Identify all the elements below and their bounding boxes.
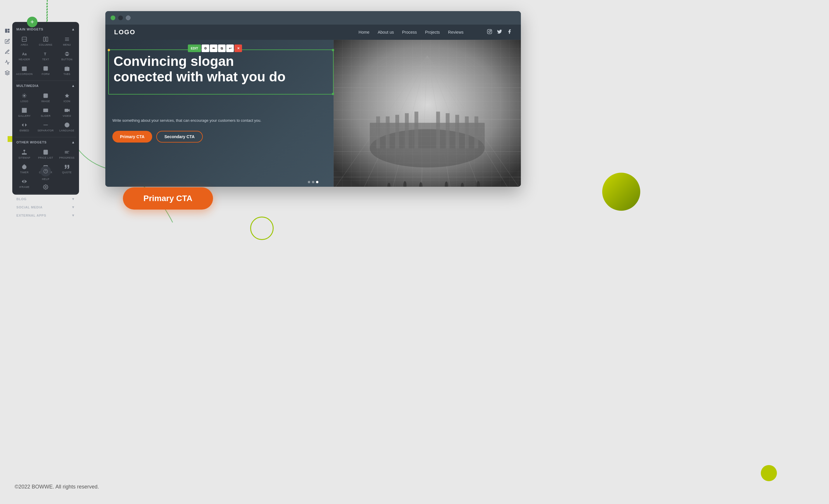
layers-icon[interactable] [3,68,12,78]
hero-text-block[interactable]: Convincing slogan conected with what you… [108,49,334,95]
social-media-arrow: ▼ [71,205,75,209]
page-dot-2[interactable] [312,181,314,183]
sidebar-divider-2 [15,137,76,137]
svg-rect-31 [22,108,24,110]
widget-logo[interactable]: LOGO [14,90,35,104]
nav-link-reviews[interactable]: Reviews [448,30,464,35]
widget-tabs[interactable]: TABS [57,63,77,77]
element-edit-toolbar: EDIT ⚙ ✏ ⧉ ↩ ✕ [188,44,242,52]
widget-icon-w[interactable]: ICON [57,90,77,104]
widget-separator[interactable]: SEPARATOR [35,119,56,134]
other-widgets-section-header: OTHER WIDGETS ▲ [12,138,79,146]
resize-handle-br[interactable] [332,93,334,95]
settings-tool-button[interactable]: ⚙ [202,44,209,52]
edit-icon[interactable] [3,37,12,46]
edit-mode-button[interactable]: EDIT [188,44,201,52]
button-widget-icon [63,50,71,57]
panel-icon[interactable] [3,26,12,35]
decorative-circle-small [761,465,777,481]
pencil-icon[interactable] [3,47,12,57]
instagram-icon[interactable] [487,29,492,35]
widget-gallery[interactable]: GALLERY [14,105,35,119]
widget-progress-label: PROGRESS [60,156,75,159]
multimedia-section-header: MULTIMEDIA ▲ [12,82,79,89]
widget-form[interactable]: FORM [35,63,56,77]
widget-video[interactable]: VIDEO [57,105,77,119]
widget-price-list[interactable]: PRICE LIST [35,147,56,161]
widget-video-label: VIDEO [63,114,71,117]
decorative-circle-outline [250,217,274,240]
widget-accordion[interactable]: ACCORDION [14,63,35,77]
nav-link-process[interactable]: Process [402,30,417,35]
widget-button[interactable]: BUTTON [57,48,77,62]
widget-header[interactable]: Aa HEADER [14,48,35,62]
facebook-icon[interactable] [507,29,512,35]
floating-primary-cta[interactable]: Primary CTA [123,187,213,210]
header-icon: Aa [20,50,28,57]
widget-price-list-label: PRICE LIST [38,156,53,159]
add-widget-button[interactable]: + [27,17,37,27]
sitemap-icon [20,149,28,155]
widget-text[interactable]: T TEXT [35,48,56,62]
pencil-tool-button[interactable]: ✏ [210,44,217,52]
widget-embed[interactable]: EMBED [14,119,35,134]
svg-rect-17 [22,67,27,68]
browser-window: LOGO Home About us Process Projects Revi… [105,11,521,187]
tabs-icon [63,65,71,72]
hero-image [334,40,521,187]
browser-dot-green[interactable] [111,15,115,20]
settings-button[interactable] [40,182,51,192]
nav-link-about[interactable]: About us [378,30,394,35]
page-dot-3[interactable] [316,181,318,183]
browser-dot-dark[interactable] [118,15,123,20]
widget-progress[interactable]: PROGRESS [57,147,77,161]
widget-slider[interactable]: SLIDER [35,105,56,119]
widget-language[interactable]: LANGUAGE [57,119,77,134]
widget-columns[interactable]: COLUMNS [35,34,56,48]
widget-sitemap[interactable]: SITEMAP [14,147,35,161]
page-dot-1[interactable] [308,181,310,183]
svg-rect-19 [22,70,27,71]
secondary-cta-button[interactable]: Secondary CTA [156,131,203,143]
svg-rect-9 [46,37,48,42]
twitter-icon[interactable] [497,29,502,35]
image-grid-overlay [334,40,521,187]
browser-dot-light[interactable] [126,15,131,20]
primary-cta-button[interactable]: Primary CTA [112,131,152,143]
svg-point-28 [24,95,25,97]
carousel-pagination [308,181,318,183]
nav-link-projects[interactable]: Projects [425,30,440,35]
price-list-icon [42,149,50,155]
svg-rect-24 [65,67,69,71]
resize-handle-tl[interactable] [108,49,110,51]
widget-form-label: FORM [42,73,49,75]
multimedia-arrow: ▲ [71,84,75,88]
widget-separator-label: SEPARATOR [37,129,54,132]
nav-link-home[interactable]: Home [358,30,369,35]
architecture-image [334,40,521,187]
main-widgets-arrow: ▲ [71,27,75,31]
help-button[interactable] [40,166,51,177]
undo-tool-button[interactable]: ↩ [226,44,234,52]
widget-menu[interactable]: MENU [57,34,77,48]
svg-rect-96 [488,30,492,34]
analytics-icon[interactable] [3,58,12,67]
main-widgets-grid: AREA COLUMNS MENU Aa HEADER T [12,33,79,79]
delete-tool-button[interactable]: ✕ [235,44,242,52]
widget-tabs-label: TABS [64,73,71,75]
widget-image[interactable]: IMAGE [35,90,56,104]
resize-handle-tr[interactable] [332,49,334,51]
svg-rect-37 [65,109,68,112]
slider-icon [42,107,50,114]
main-widgets-section-header: MAIN WIDGETS ▲ [12,26,79,33]
website-navigation: LOGO Home About us Process Projects Revi… [105,25,521,40]
blog-section-header[interactable]: BLOG ▼ [12,195,79,203]
external-apps-section-header[interactable]: EXTERNAL APPS ▼ [12,211,79,219]
svg-point-16 [66,52,68,54]
duplicate-tool-button[interactable]: ⧉ [218,44,226,52]
widget-area-label: AREA [21,43,28,46]
widget-area[interactable]: AREA [14,34,35,48]
copyright-text: ©2022 BOWWE. All rights reserved. [14,484,99,490]
social-media-section-header[interactable]: SOCiAL MEDIA ▼ [12,203,79,211]
widget-text-label: TEXT [42,58,49,61]
